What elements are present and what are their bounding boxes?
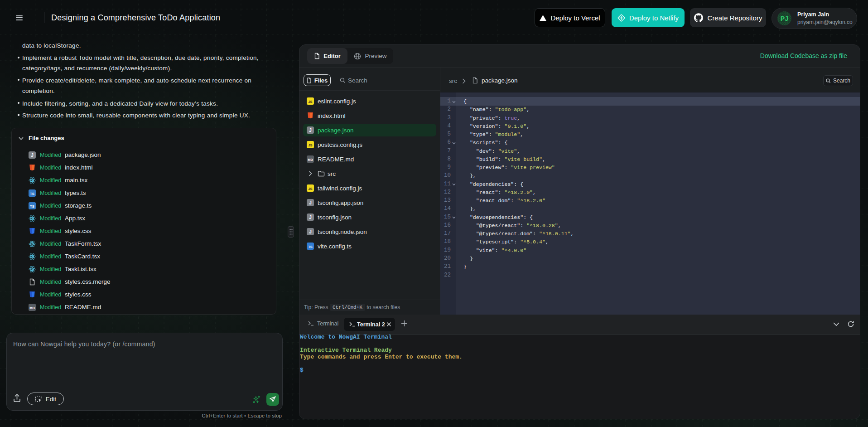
svg-text:JS: JS [308,143,312,147]
svg-text:TS: TS [30,191,35,195]
svg-text:MD: MD [308,158,313,162]
svg-text:TS: TS [30,204,35,208]
svg-text:J: J [309,128,312,133]
svg-text:TS: TS [308,245,313,249]
svg-text:J: J [309,229,312,234]
svg-text:J: J [309,215,312,220]
svg-text:J: J [309,200,312,205]
svg-text:MD: MD [29,306,35,310]
svg-text:J: J [31,153,34,158]
svg-text:JS: JS [308,187,312,191]
svg-text:JS: JS [308,100,312,104]
